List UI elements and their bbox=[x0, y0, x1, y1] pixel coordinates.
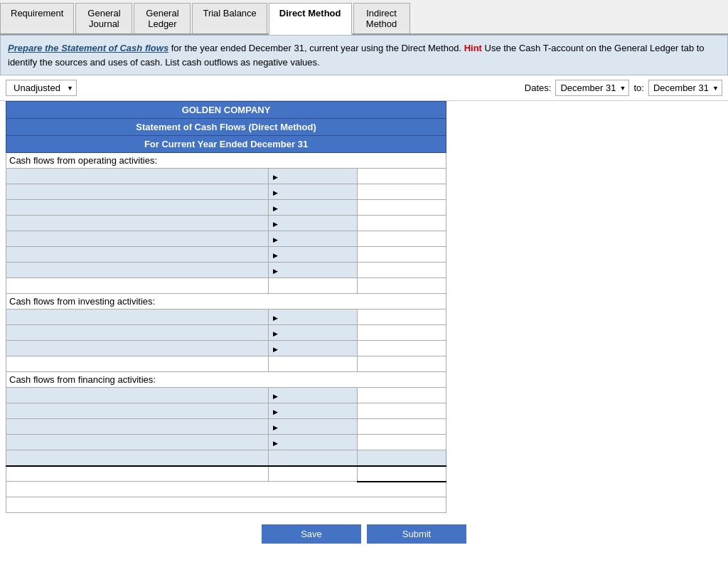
tabs-bar: Requirement GeneralJournal GeneralLedger… bbox=[0, 0, 728, 35]
fin-label-5[interactable] bbox=[6, 450, 269, 466]
financing-row-2 bbox=[6, 403, 446, 419]
bottom-blank-2 bbox=[6, 497, 446, 513]
bottom-blank-cell-2 bbox=[6, 497, 446, 513]
op-mid-7[interactable] bbox=[269, 263, 358, 278]
inv-label-2[interactable] bbox=[6, 325, 269, 341]
op-label-5[interactable] bbox=[6, 231, 269, 247]
company-name-row: GOLDEN COMPANY bbox=[6, 102, 446, 119]
operating-label-cell: Cash flows from operating activities: bbox=[6, 153, 446, 169]
op-label-7[interactable] bbox=[6, 263, 269, 278]
total-right-1[interactable] bbox=[358, 466, 446, 482]
fin-right-1[interactable] bbox=[358, 388, 446, 403]
op-mid-3[interactable] bbox=[269, 200, 358, 216]
fin-mid-5[interactable] bbox=[269, 450, 358, 466]
tab-trial-balance[interactable]: Trial Balance bbox=[192, 3, 267, 33]
operating-row-6 bbox=[6, 247, 446, 263]
bottom-blank-1 bbox=[6, 482, 446, 497]
financing-label-cell: Cash flows from financing activities: bbox=[6, 372, 446, 388]
total-label-1[interactable] bbox=[6, 466, 269, 482]
filter-dropdown[interactable]: Unadjusted bbox=[6, 80, 77, 96]
fin-label-4[interactable] bbox=[6, 435, 269, 450]
fin-mid-2[interactable] bbox=[269, 403, 358, 419]
inv-right-3[interactable] bbox=[358, 341, 446, 356]
inv-mid-3[interactable] bbox=[269, 341, 358, 356]
tab-general-journal[interactable]: GeneralJournal bbox=[75, 3, 132, 33]
fin-label-2[interactable] bbox=[6, 403, 269, 419]
fin-right-2[interactable] bbox=[358, 403, 446, 419]
operating-row-5 bbox=[6, 231, 446, 247]
op-right-1[interactable] bbox=[358, 169, 446, 184]
op-mid-5[interactable] bbox=[269, 231, 358, 247]
dates-label: Dates: bbox=[525, 83, 552, 93]
financing-row-3 bbox=[6, 419, 446, 435]
investing-row-3 bbox=[6, 341, 446, 356]
save-button[interactable]: Save bbox=[262, 524, 361, 544]
tab-general-ledger[interactable]: GeneralLedger bbox=[134, 3, 191, 33]
instruction-part2: for the year ended December 31, current … bbox=[168, 43, 464, 53]
op-label-2[interactable] bbox=[6, 184, 269, 200]
financing-section-label: Cash flows from financing activities: bbox=[6, 372, 446, 388]
op-label-3[interactable] bbox=[6, 200, 269, 216]
investing-row-1 bbox=[6, 310, 446, 325]
total-mid-1[interactable] bbox=[269, 466, 358, 482]
statement-title-cell: Statement of Cash Flows (Direct Method) bbox=[6, 119, 446, 136]
instruction-hint: Hint bbox=[464, 43, 482, 53]
op-right-4[interactable] bbox=[358, 216, 446, 231]
fin-mid-4[interactable] bbox=[269, 435, 358, 450]
operating-row-3 bbox=[6, 200, 446, 216]
op-right-7[interactable] bbox=[358, 263, 446, 278]
op-right-5[interactable] bbox=[358, 231, 446, 247]
operating-row-4 bbox=[6, 216, 446, 231]
inv-spacer-right bbox=[358, 356, 446, 372]
inv-label-3[interactable] bbox=[6, 341, 269, 356]
total-row-1 bbox=[6, 466, 446, 482]
op-label-4[interactable] bbox=[6, 216, 269, 231]
op-spacer-label bbox=[6, 278, 269, 294]
from-date-dropdown[interactable]: December 31 bbox=[555, 80, 629, 96]
fin-right-4[interactable] bbox=[358, 435, 446, 450]
fin-right-5[interactable] bbox=[358, 450, 446, 466]
investing-row-2 bbox=[6, 325, 446, 341]
op-right-3[interactable] bbox=[358, 200, 446, 216]
controls-right: Dates: December 31 to: December 31 bbox=[525, 80, 722, 96]
op-mid-2[interactable] bbox=[269, 184, 358, 200]
to-date-dropdown[interactable]: December 31 bbox=[648, 80, 722, 96]
operating-section-label: Cash flows from operating activities: bbox=[6, 153, 446, 169]
to-label: to: bbox=[633, 83, 643, 93]
op-right-2[interactable] bbox=[358, 184, 446, 200]
op-label-6[interactable] bbox=[6, 247, 269, 263]
op-mid-1[interactable] bbox=[269, 169, 358, 184]
submit-button[interactable]: Submit bbox=[367, 524, 466, 544]
tab-direct-method[interactable]: Direct Method bbox=[269, 3, 352, 35]
fin-label-1[interactable] bbox=[6, 388, 269, 403]
investing-spacer bbox=[6, 356, 446, 372]
table-container: GOLDEN COMPANY Statement of Cash Flows (… bbox=[0, 101, 728, 519]
op-mid-6[interactable] bbox=[269, 247, 358, 263]
instruction-box: Prepare the Statement of Cash flows for … bbox=[0, 35, 728, 75]
operating-spacer bbox=[6, 278, 446, 294]
inv-spacer-mid bbox=[269, 356, 358, 372]
controls-row: Unadjusted Dates: December 31 to: Decemb… bbox=[0, 75, 728, 101]
inv-right-2[interactable] bbox=[358, 325, 446, 341]
op-mid-4[interactable] bbox=[269, 216, 358, 231]
tab-requirement[interactable]: Requirement bbox=[0, 3, 74, 33]
tab-indirect-method[interactable]: IndirectMethod bbox=[353, 3, 410, 33]
investing-section-label: Cash flows from investing activities: bbox=[6, 294, 446, 310]
inv-right-1[interactable] bbox=[358, 310, 446, 325]
period-cell: For Current Year Ended December 31 bbox=[6, 136, 446, 153]
bottom-blank-cell-1 bbox=[6, 482, 446, 497]
op-right-6[interactable] bbox=[358, 247, 446, 263]
fin-mid-3[interactable] bbox=[269, 419, 358, 435]
inv-mid-1[interactable] bbox=[269, 310, 358, 325]
fin-right-3[interactable] bbox=[358, 419, 446, 435]
operating-row-7 bbox=[6, 263, 446, 278]
fin-mid-1[interactable] bbox=[269, 388, 358, 403]
inv-mid-2[interactable] bbox=[269, 325, 358, 341]
statement-title-row: Statement of Cash Flows (Direct Method) bbox=[6, 119, 446, 136]
inv-label-1[interactable] bbox=[6, 310, 269, 325]
bottom-buttons: Save Submit bbox=[0, 519, 728, 549]
fin-label-3[interactable] bbox=[6, 419, 269, 435]
controls-left: Unadjusted bbox=[6, 80, 77, 96]
op-label-1[interactable] bbox=[6, 169, 269, 184]
op-spacer-right bbox=[358, 278, 446, 294]
